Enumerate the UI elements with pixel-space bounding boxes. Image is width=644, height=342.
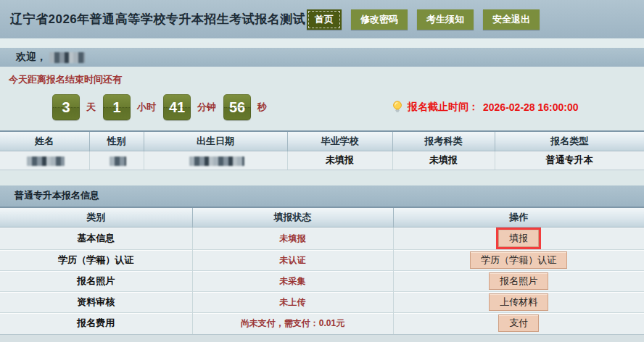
censored-birthdate — [189, 157, 244, 166]
top-header-bar: 辽宁省2026年普通高等学校专升本招生考试报名测试 首页 修改密码 考生须知 安… — [0, 0, 644, 38]
days-value: 3 — [52, 94, 80, 120]
censored-user-name — [49, 52, 85, 63]
col-gender: 性别 — [89, 131, 144, 151]
row-basic-info: 基本信息 未填报 填报 — [0, 228, 644, 250]
row-fee: 报名费用 尚未支付，需支付：0.01元 支付 — [0, 313, 644, 334]
nav-change-password-button[interactable]: 修改密码 — [351, 9, 408, 30]
welcome-label: 欢迎， — [16, 51, 46, 64]
col-status: 填报状态 — [192, 207, 393, 228]
registration-info-table: 类别 填报状态 操作 基本信息 未填报 填报 学历（学籍）认证 未认证 学历（学… — [0, 207, 644, 334]
col-name: 姓名 — [0, 131, 89, 151]
days-label: 天 — [86, 101, 96, 114]
action-cell-material-review: 上传材料 — [393, 292, 644, 313]
deadline-value: 2026-02-28 16:00:00 — [483, 101, 579, 113]
action-cell-photo: 报名照片 — [393, 271, 644, 292]
countdown-minutes: 41 分钟 — [163, 94, 223, 120]
status-photo: 未采集 — [192, 271, 393, 292]
profile-table-header-row: 姓名 性别 出生日期 毕业学校 报考科类 报名类型 — [0, 131, 644, 151]
col-registration-type: 报名类型 — [495, 131, 644, 151]
hours-value: 1 — [103, 94, 131, 120]
minutes-label: 分钟 — [197, 101, 216, 114]
cell-exam-category: 未填报 — [392, 151, 495, 170]
top-nav: 首页 修改密码 考生须知 安全退出 — [307, 9, 540, 30]
section-header: 普通专升本报名信息 — [0, 185, 644, 207]
status-education-cert: 未认证 — [192, 250, 393, 271]
deadline-label: 报名截止时间： — [408, 101, 479, 114]
censored-gender — [110, 157, 126, 166]
col-action: 操作 — [393, 207, 644, 228]
education-cert-button[interactable]: 学历（学籍）认证 — [470, 251, 567, 269]
info-table-header-row: 类别 填报状态 操作 — [0, 207, 644, 228]
welcome-bar: 欢迎， — [0, 48, 644, 67]
censored-name — [27, 157, 65, 166]
cell-gender — [89, 151, 144, 170]
profile-table-row: 未填报 未填报 普通专升本 — [0, 151, 644, 170]
col-exam-category: 报考科类 — [392, 131, 495, 151]
status-fee: 尚未支付，需支付：0.01元 — [192, 313, 393, 334]
profile-table: 姓名 性别 出生日期 毕业学校 报考科类 报名类型 未填报 未填报 普通专升本 — [0, 130, 644, 170]
row-education-cert: 学历（学籍）认证 未认证 学历（学籍）认证 — [0, 250, 644, 271]
minutes-value: 41 — [163, 94, 191, 120]
seconds-value: 56 — [223, 94, 251, 120]
action-cell-basic-info: 填报 — [393, 228, 644, 250]
category-basic-info: 基本信息 — [0, 228, 192, 250]
col-category: 类别 — [0, 207, 192, 228]
nav-home-button[interactable]: 首页 — [307, 9, 342, 30]
deadline-notice: 报名截止时间：2026-02-28 16:00:00 — [392, 101, 579, 114]
countdown-days: 3 天 — [52, 94, 103, 120]
bottom-margin-strip — [0, 334, 644, 342]
row-material-review: 资料审核 未上传 上传材料 — [0, 292, 644, 313]
cell-birthdate — [144, 151, 287, 170]
col-birthdate: 出生日期 — [144, 131, 287, 151]
nav-candidate-notice-button[interactable]: 考生须知 — [417, 9, 474, 30]
lightbulb-icon — [392, 101, 403, 114]
nav-logout-button[interactable]: 安全退出 — [483, 9, 540, 30]
divider-strip — [0, 38, 644, 48]
page-title: 辽宁省2026年普通高等学校专升本招生考试报名测试 — [0, 11, 305, 28]
category-education-cert: 学历（学籍）认证 — [0, 250, 192, 271]
upload-material-button[interactable]: 上传材料 — [489, 293, 548, 311]
cell-name — [0, 151, 89, 170]
row-photo: 报名照片 未采集 报名照片 — [0, 271, 644, 292]
fill-button-highlight: 填报 — [496, 228, 541, 249]
seconds-label: 秒 — [257, 101, 267, 114]
countdown-notice: 今天距离报名结束时间还有 — [0, 67, 644, 84]
countdown-seconds: 56 秒 — [223, 94, 274, 120]
section-spacer — [0, 170, 644, 185]
fill-info-button[interactable]: 填报 — [498, 230, 539, 247]
status-basic-info: 未填报 — [192, 228, 393, 250]
action-cell-education-cert: 学历（学籍）认证 — [393, 250, 644, 271]
col-school: 毕业学校 — [287, 131, 392, 151]
category-photo: 报名照片 — [0, 271, 192, 292]
category-fee: 报名费用 — [0, 313, 192, 334]
category-material-review: 资料审核 — [0, 292, 192, 313]
pay-button[interactable]: 支付 — [498, 314, 539, 332]
cell-school: 未填报 — [287, 151, 392, 170]
countdown-section: 今天距离报名结束时间还有 3 天 1 小时 41 分钟 56 秒 报名截止时间 — [0, 67, 644, 130]
countdown-hours: 1 小时 — [103, 94, 163, 120]
cell-registration-type: 普通专升本 — [495, 151, 644, 170]
photo-button[interactable]: 报名照片 — [489, 272, 548, 290]
hours-label: 小时 — [137, 101, 156, 114]
status-material-review: 未上传 — [192, 292, 393, 313]
section-title: 普通专升本报名信息 — [15, 189, 99, 202]
countdown-row: 3 天 1 小时 41 分钟 56 秒 报名截止时间：2026-02-28 16… — [0, 84, 644, 130]
action-cell-fee: 支付 — [393, 313, 644, 334]
